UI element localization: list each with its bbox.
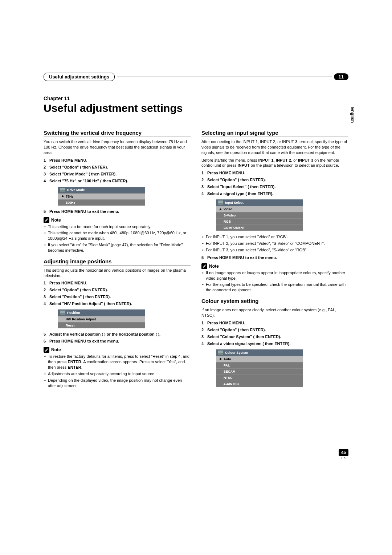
manual-page: Useful adjustment settings 11 English Ch… bbox=[0, 0, 392, 413]
osd-option: NTSC bbox=[216, 374, 303, 381]
step: 4Select "75 Hz" or "100 Hz" ( then ENTER… bbox=[44, 179, 191, 183]
step: 1Press HOME MENU. bbox=[201, 321, 348, 325]
note-item: This setting can be made for each input … bbox=[44, 224, 191, 230]
info-item: For INPUT 3, you can select "Video", "S-… bbox=[202, 247, 348, 253]
left-column: Switching the vertical drive frequency Y… bbox=[44, 125, 191, 391]
step: 1Press HOME MENU. bbox=[44, 281, 191, 285]
osd-menu-position: Position H/V Position Adjust Reset bbox=[58, 309, 145, 328]
osd-option: RGB bbox=[216, 218, 303, 224]
header-divider bbox=[117, 77, 331, 77]
step: 1Press HOME MENU. bbox=[44, 158, 191, 162]
osd-option: 100Hz bbox=[58, 199, 145, 206]
pre-text: Before starting the menu, press INPUT 1,… bbox=[201, 158, 348, 169]
step: 3Select "Position" ( then ENTER). bbox=[44, 295, 191, 299]
intro-text: This setting adjusts the horizontal and … bbox=[44, 268, 191, 279]
step: 5Press HOME MENU to exit the menu. bbox=[201, 255, 348, 260]
osd-option: S-Video bbox=[216, 212, 303, 218]
step: 2Select "Option" ( then ENTER). bbox=[44, 288, 191, 292]
right-column: Selecting an input signal type After con… bbox=[201, 125, 348, 391]
step: 3Select "Drive Mode" ( then ENTER). bbox=[44, 172, 191, 176]
note-item: To restore the factory defaults for all … bbox=[44, 354, 191, 370]
step: 2Select "Option" ( then ENTER). bbox=[44, 165, 191, 169]
note-item: Adjustments are stored separately accord… bbox=[44, 371, 191, 377]
page-header: Useful adjustment settings 11 bbox=[44, 73, 348, 81]
note-list: To restore the factory defaults for all … bbox=[44, 354, 191, 388]
osd-option-selected: 75Hz bbox=[58, 193, 145, 199]
step: 5Adjust the vertical position ( ) or the… bbox=[44, 332, 191, 336]
step: 5Press HOME MENU to exit the menu. bbox=[44, 209, 191, 214]
section-title: Switching the vertical drive frequency bbox=[44, 130, 191, 137]
tv-icon bbox=[60, 188, 65, 192]
chapter-heading: Chapter 11 Useful adjustment settings bbox=[44, 96, 348, 114]
pencil-icon bbox=[44, 347, 49, 353]
step: 2Select "Option" ( then ENTER). bbox=[201, 178, 348, 182]
note-item: If you select "Auto" for "Side Mask" (pa… bbox=[44, 242, 191, 253]
osd-option: H/V Position Adjust bbox=[58, 316, 145, 322]
step: 6Press HOME MENU to exit the menu. bbox=[44, 339, 191, 343]
page-title: Useful adjustment settings bbox=[44, 102, 348, 114]
osd-title: Input Select bbox=[216, 199, 303, 206]
osd-option: PAL bbox=[216, 362, 303, 368]
step: 4Select "H/V Position Adjust" ( then ENT… bbox=[44, 301, 191, 306]
page-lang: En bbox=[339, 456, 348, 460]
osd-option-selected: Auto bbox=[216, 356, 303, 362]
pencil-icon bbox=[201, 263, 207, 269]
osd-title: Drive Mode bbox=[58, 187, 145, 193]
step: 2Select "Option" ( then ENTER). bbox=[201, 328, 348, 332]
note-item: Depending on the displayed video, the im… bbox=[44, 378, 191, 389]
osd-option: COMPONENT bbox=[216, 224, 303, 231]
intro-text: After connecting to the INPUT 1, INPUT 2… bbox=[201, 139, 348, 155]
section-title: Colour system setting bbox=[201, 298, 348, 305]
osd-option: Reset bbox=[58, 322, 145, 328]
note-heading: Note bbox=[201, 263, 348, 269]
osd-menu-drive-mode: Drive Mode 75Hz 100Hz bbox=[58, 187, 145, 206]
osd-option: 4.43NTSC bbox=[216, 381, 303, 387]
page-number: 45 bbox=[339, 449, 348, 456]
language-tab: English bbox=[350, 107, 355, 123]
content-columns: Switching the vertical drive frequency Y… bbox=[44, 125, 348, 391]
note-list: If no image appears or images appear in … bbox=[201, 270, 348, 293]
info-item: For INPUT 1, you can select "Video" or "… bbox=[202, 234, 348, 240]
note-heading: Note bbox=[44, 217, 191, 223]
osd-title: Colour System bbox=[216, 349, 303, 356]
step: 4Select a signal type ( then ENTER). bbox=[201, 191, 348, 196]
osd-option-selected: Video bbox=[216, 206, 303, 212]
tv-icon bbox=[60, 311, 65, 315]
info-item: For INPUT 2, you can select "Video", "S-… bbox=[202, 241, 348, 246]
intro-text: If an image does not appear clearly, sel… bbox=[201, 307, 348, 318]
osd-option: SECAM bbox=[216, 368, 303, 374]
section-title: Selecting an input signal type bbox=[201, 130, 348, 137]
step: 4Select a video signal system ( then ENT… bbox=[201, 341, 348, 346]
pencil-icon bbox=[44, 217, 49, 223]
note-item: For the signal types to be specified, ch… bbox=[202, 282, 348, 293]
note-heading: Note bbox=[44, 347, 191, 353]
info-list: For INPUT 1, you can select "Video" or "… bbox=[201, 234, 348, 253]
note-list: This setting can be made for each input … bbox=[44, 224, 191, 253]
step: 1Press HOME MENU. bbox=[201, 171, 348, 175]
intro-text: You can switch the vertical drive freque… bbox=[44, 139, 191, 155]
note-item: If no image appears or images appear in … bbox=[202, 270, 348, 281]
section-label: Useful adjustment settings bbox=[44, 73, 115, 81]
chapter-number-badge: 11 bbox=[334, 73, 348, 80]
tv-icon bbox=[218, 351, 223, 355]
note-item: This setting cannot be made when 480i, 4… bbox=[44, 230, 191, 241]
osd-title: Position bbox=[58, 309, 145, 316]
osd-menu-input-select: Input Select Video S-Video RGB COMPONENT bbox=[216, 199, 303, 231]
step: 3Select "Input Select" ( then ENTER). bbox=[201, 185, 348, 189]
osd-menu-colour-system: Colour System Auto PAL SECAM NTSC 4.43NT… bbox=[216, 349, 303, 387]
step: 3Select "Colour System" ( then ENTER). bbox=[201, 335, 348, 339]
section-title: Adjusting image positions bbox=[44, 258, 191, 266]
tv-icon bbox=[218, 200, 223, 205]
page-footer: 45 En bbox=[339, 449, 348, 460]
chapter-label: Chapter 11 bbox=[44, 96, 348, 101]
